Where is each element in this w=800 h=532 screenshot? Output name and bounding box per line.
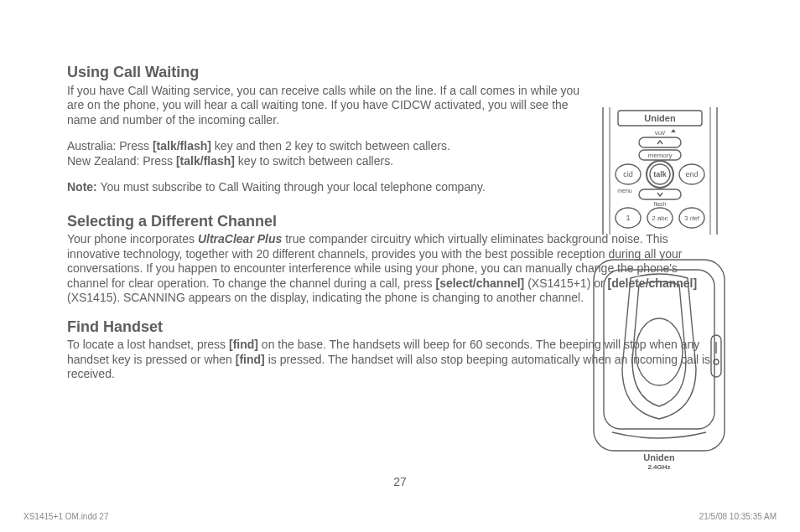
vol-label: vol/ — [655, 129, 666, 137]
talk-label: talk — [653, 170, 668, 178]
paragraph: If you have Call Waiting service, you ca… — [67, 84, 587, 128]
memory-label: memory — [648, 152, 673, 159]
key-label: [select/channel] — [435, 276, 524, 290]
svg-rect-11 — [594, 260, 725, 451]
key-1: 1 — [626, 214, 630, 222]
body-text: Australia: Press — [67, 139, 153, 152]
body-text: Your phone incorporates — [67, 232, 198, 245]
body-text: (XS1415). SCANNING appears on the displa… — [67, 291, 584, 304]
key-3: 3 def — [684, 214, 700, 222]
page-number: 27 — [0, 475, 800, 490]
body-text: If you have Call Waiting service, you ca… — [67, 84, 579, 127]
svg-point-13 — [636, 318, 683, 385]
svg-rect-14 — [711, 335, 721, 377]
svg-rect-12 — [604, 270, 714, 429]
base-illustration: Uniden 2.4GHz — [589, 251, 730, 471]
feature-name: UltraClear Plus — [198, 232, 282, 245]
body-text: key to switch between callers. — [235, 154, 393, 168]
brand-label: Uniden — [644, 113, 676, 123]
key-label: [find] — [236, 353, 265, 366]
key-label: [find] — [229, 338, 258, 351]
footer-right: 21/5/08 10:35:35 AM — [699, 512, 777, 523]
body-text: New Zealand: Press — [67, 154, 176, 168]
handset-illustration: Uniden vol/ memory cid talk end menu fla… — [593, 107, 727, 235]
svg-rect-7 — [639, 189, 681, 199]
note-label: Note: — [67, 180, 97, 194]
key-label: [talk/flash] — [176, 154, 235, 168]
paragraph: Australia: Press [talk/flash] key and th… — [67, 139, 587, 168]
body-text: key and then 2 key to switch between cal… — [211, 139, 450, 152]
end-label: end — [685, 170, 698, 178]
note: Note: You must subscribe to Call Waiting… — [67, 180, 520, 195]
ghz-label: 2.4GHz — [647, 463, 670, 471]
key-2: 2 abc — [652, 214, 668, 222]
menu-label: menu — [617, 188, 632, 194]
body-text: To locate a lost handset, press — [67, 338, 229, 351]
flash-label: flash — [654, 201, 667, 207]
cid-label: cid — [623, 170, 633, 178]
key-label: [talk/flash] — [153, 139, 211, 152]
heading-call-waiting: Using Call Waiting — [67, 63, 733, 82]
svg-rect-1 — [639, 137, 681, 147]
body-text: You must subscribe to Call Waiting throu… — [97, 180, 486, 194]
footer-left: XS1415+1 OM.indd 27 — [23, 512, 108, 523]
brand-label: Uniden — [643, 452, 675, 462]
